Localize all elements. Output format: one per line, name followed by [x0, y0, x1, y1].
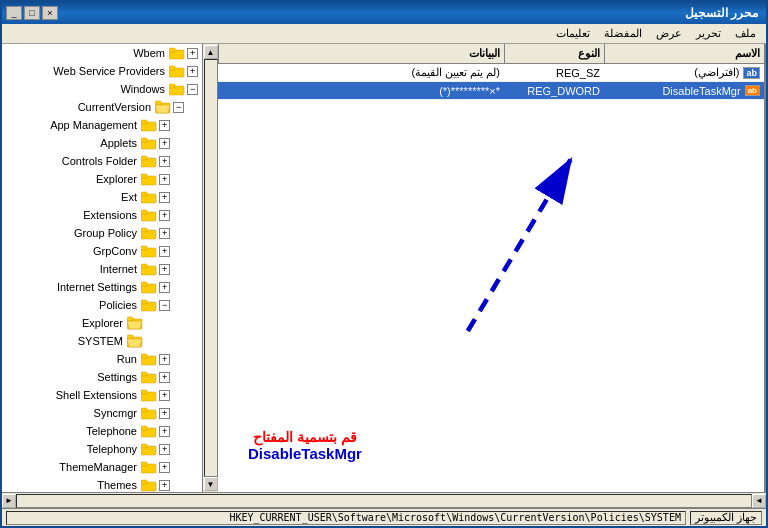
- status-bar: جهاز الكمبيوتر HKEY_CURRENT_USER\Softwar…: [2, 508, 766, 526]
- expand-button[interactable]: +: [159, 480, 170, 491]
- expand-button[interactable]: +: [159, 120, 170, 131]
- minimize-button[interactable]: _: [6, 6, 22, 20]
- tree-item[interactable]: Explorer: [2, 314, 202, 332]
- app-window: محرر التسجيل _ □ × ملف تحرير عرض المفضلة…: [0, 0, 768, 528]
- folder-icon: [127, 334, 143, 348]
- tree-item[interactable]: − Policies: [2, 296, 202, 314]
- svg-rect-52: [141, 462, 147, 466]
- svg-rect-34: [127, 317, 133, 321]
- tree-item[interactable]: + Telephony: [2, 440, 202, 458]
- tree-item[interactable]: + Syncmgr: [2, 404, 202, 422]
- svg-rect-9: [155, 101, 161, 105]
- tree-item[interactable]: + Internet Settings: [2, 278, 202, 296]
- tree-item[interactable]: + Extensions: [2, 206, 202, 224]
- tree-item[interactable]: + Explorer: [2, 170, 202, 188]
- tree-item[interactable]: + Group Policy: [2, 224, 202, 242]
- folder-icon: [141, 442, 157, 456]
- tree-item[interactable]: + ThemeManager: [2, 458, 202, 476]
- menu-edit[interactable]: تحرير: [690, 25, 727, 42]
- scroll-left-button[interactable]: ◄: [752, 494, 766, 508]
- menu-help[interactable]: تعليمات: [550, 25, 596, 42]
- folder-icon: [141, 190, 157, 204]
- table-header: الاسم النوع البيانات: [218, 44, 764, 64]
- expand-button[interactable]: +: [159, 408, 170, 419]
- content-panel: الاسم النوع البيانات ab (افتراضي): [218, 44, 766, 492]
- tree-item-label: Group Policy: [74, 227, 139, 239]
- expand-button[interactable]: +: [159, 444, 170, 455]
- tree-item[interactable]: − CurrentVersion: [2, 98, 202, 116]
- tree-item[interactable]: + Telephone: [2, 422, 202, 440]
- tree-item[interactable]: SYSTEM: [2, 332, 202, 350]
- expand-button[interactable]: +: [159, 354, 170, 365]
- expand-button[interactable]: +: [159, 138, 170, 149]
- tree-item[interactable]: + Applets: [2, 134, 202, 152]
- menu-file[interactable]: ملف: [729, 25, 762, 42]
- folder-icon: [141, 388, 157, 402]
- table-body: ab (افتراضي) REG_SZ (لم يتم تعيين القيمة…: [218, 64, 764, 492]
- expand-button[interactable]: +: [159, 192, 170, 203]
- tree-item[interactable]: + Internet: [2, 260, 202, 278]
- tree-item[interactable]: + Wbem: [2, 44, 202, 62]
- tree-item-label: Web Service Providers: [53, 65, 167, 77]
- folder-icon: [141, 352, 157, 366]
- expand-button[interactable]: +: [159, 372, 170, 383]
- tree-item-label: Ext: [121, 191, 139, 203]
- expand-button[interactable]: +: [187, 48, 198, 59]
- expand-button[interactable]: +: [159, 246, 170, 257]
- scroll-right-button[interactable]: ►: [2, 494, 16, 508]
- tree-item-label: ThemeManager: [59, 461, 139, 473]
- collapse-button[interactable]: −: [187, 84, 198, 95]
- folder-icon: [141, 424, 157, 438]
- svg-rect-37: [127, 335, 133, 339]
- expand-button[interactable]: +: [187, 66, 198, 77]
- tree-item[interactable]: + Run: [2, 350, 202, 368]
- menu-view[interactable]: عرض: [650, 25, 688, 42]
- collapse-button[interactable]: −: [173, 102, 184, 113]
- tree-item[interactable]: + Settings: [2, 368, 202, 386]
- col-header-name: الاسم: [604, 44, 764, 63]
- expand-button[interactable]: +: [159, 390, 170, 401]
- tree-item[interactable]: + Themes: [2, 476, 202, 492]
- expand-button[interactable]: +: [159, 228, 170, 239]
- scroll-down-button[interactable]: ▼: [204, 477, 218, 491]
- collapse-button[interactable]: −: [159, 300, 170, 311]
- tree-item[interactable]: + Ext: [2, 188, 202, 206]
- cell-name-1: ab DisableTaskMgr: [604, 85, 764, 97]
- menu-favorites[interactable]: المفضلة: [598, 25, 648, 42]
- expand-button[interactable]: +: [159, 156, 170, 167]
- tree-item[interactable]: + GrpConv: [2, 242, 202, 260]
- tree-item[interactable]: + Web Service Providers: [2, 62, 202, 80]
- svg-rect-24: [141, 228, 147, 232]
- svg-rect-7: [169, 84, 175, 88]
- folder-icon: [141, 226, 157, 240]
- window-title: محرر التسجيل: [685, 6, 762, 20]
- scroll-track: [204, 59, 218, 477]
- svg-rect-50: [141, 444, 147, 448]
- menu-bar: ملف تحرير عرض المفضلة تعليمات: [2, 24, 766, 44]
- folder-icon: [141, 172, 157, 186]
- expand-button[interactable]: +: [159, 210, 170, 221]
- expand-button[interactable]: +: [159, 426, 170, 437]
- tree-item-label: Telephony: [87, 443, 139, 455]
- tree-item[interactable]: + App Management: [2, 116, 202, 134]
- tree-item[interactable]: − Windows: [2, 80, 202, 98]
- scroll-up-button[interactable]: ▲: [204, 45, 218, 59]
- table-row[interactable]: ab (افتراضي) REG_SZ (لم يتم تعيين القيمة…: [218, 64, 764, 82]
- tree-item-label: Explorer: [82, 317, 125, 329]
- tree-item[interactable]: + Controls Folder: [2, 152, 202, 170]
- tree-item-label: Internet: [100, 263, 139, 275]
- tree-item[interactable]: + Shell Extensions: [2, 386, 202, 404]
- svg-rect-20: [141, 192, 147, 196]
- close-button[interactable]: ×: [42, 6, 58, 20]
- horizontal-scrollbar[interactable]: ◄ ►: [2, 492, 766, 508]
- tree-item-label: Policies: [99, 299, 139, 311]
- expand-button[interactable]: +: [159, 174, 170, 185]
- maximize-button[interactable]: □: [24, 6, 40, 20]
- expand-button[interactable]: +: [159, 462, 170, 473]
- expand-button[interactable]: +: [159, 282, 170, 293]
- expand-button[interactable]: +: [159, 264, 170, 275]
- tree-item-label: Themes: [97, 479, 139, 491]
- table-row[interactable]: ab DisableTaskMgr REG_DWORD *×*********(…: [218, 82, 764, 100]
- vertical-scrollbar[interactable]: ▲ ▼: [202, 44, 218, 492]
- svg-rect-26: [141, 246, 147, 250]
